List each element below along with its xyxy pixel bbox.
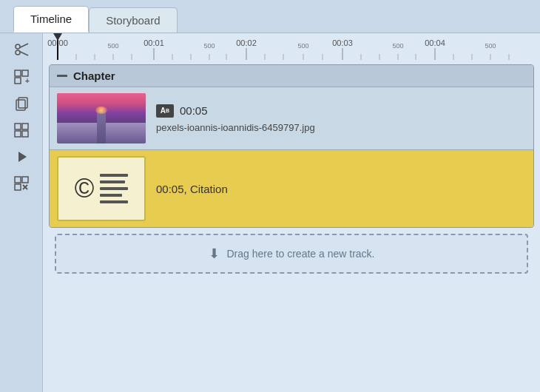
- timeline-content: 00:00 500 00:01 500: [43, 33, 540, 392]
- tab-timeline-label: Timeline: [30, 13, 72, 25]
- svg-line-2: [19, 44, 28, 48]
- scissors-icon[interactable]: [7, 36, 36, 61]
- svg-rect-8: [16, 100, 25, 110]
- image-track-filename: pexels-ioannis-ioannidis-6459797.jpg: [156, 122, 315, 133]
- svg-rect-17: [15, 184, 21, 190]
- main-container: Timeline Storyboard: [0, 0, 540, 392]
- chapter-collapse-icon: [57, 75, 67, 77]
- citation-track[interactable]: ©: [50, 150, 533, 227]
- citation-time: 00:05: [156, 183, 184, 195]
- line1: [100, 174, 128, 177]
- drag-drop-label: Drag here to create a new track.: [227, 248, 375, 260]
- line4: [100, 194, 122, 197]
- citation-label: Citation: [190, 183, 228, 195]
- svg-text:00:02: 00:02: [236, 38, 257, 47]
- svg-rect-13: [22, 131, 28, 137]
- svg-rect-15: [15, 177, 21, 183]
- svg-rect-12: [15, 131, 21, 137]
- svg-point-1: [16, 50, 20, 55]
- image-track-info: AB 00:05 pexels-ioannis-ioannidis-645979…: [156, 104, 315, 133]
- tab-storyboard-label: Storyboard: [106, 14, 160, 27]
- svg-text:500: 500: [107, 42, 118, 50]
- citation-time-label: 00:05, Citation: [156, 183, 228, 195]
- svg-rect-4: [15, 70, 21, 76]
- image-track[interactable]: AB 00:05 pexels-ioannis-ioannidis-645979…: [50, 87, 533, 150]
- svg-text:500: 500: [485, 42, 496, 50]
- citation-icon-wrap: ©: [75, 173, 129, 204]
- tracks-container: Chapter: [43, 60, 540, 392]
- svg-rect-10: [15, 124, 21, 129]
- chapter-label: Chapter: [73, 70, 115, 82]
- svg-rect-16: [22, 177, 28, 183]
- play-icon[interactable]: [7, 144, 36, 169]
- svg-rect-9: [18, 98, 27, 108]
- image-track-title-row: AB 00:05: [156, 104, 315, 118]
- ab-icon: AB: [156, 104, 174, 118]
- timeline-area: +: [0, 33, 540, 392]
- svg-line-3: [19, 52, 28, 56]
- image-track-time: 00:05: [180, 104, 208, 117]
- svg-text:+: +: [25, 77, 30, 85]
- chapter-group: Chapter: [49, 64, 534, 228]
- svg-text:00:01: 00:01: [144, 38, 164, 47]
- svg-text:00:04: 00:04: [425, 38, 445, 47]
- svg-text:00:03: 00:03: [332, 38, 353, 47]
- remove-track-icon[interactable]: [7, 171, 36, 196]
- tab-bar: Timeline Storyboard: [0, 0, 540, 33]
- svg-text:500: 500: [297, 42, 308, 50]
- svg-marker-14: [18, 152, 27, 162]
- citation-track-info: 00:05, Citation: [156, 183, 228, 195]
- svg-point-0: [16, 44, 20, 49]
- image-thumbnail: [57, 93, 146, 143]
- multi-track-icon[interactable]: [7, 118, 36, 143]
- copy-icon[interactable]: [7, 91, 36, 116]
- tab-storyboard[interactable]: Storyboard: [89, 7, 177, 33]
- svg-rect-6: [15, 78, 21, 84]
- line3: [100, 187, 128, 190]
- lines-icon: [100, 174, 128, 203]
- svg-rect-11: [22, 124, 28, 129]
- drag-down-icon: ⬇: [209, 246, 220, 262]
- drag-drop-zone[interactable]: ⬇ Drag here to create a new track.: [55, 234, 528, 274]
- citation-thumbnail: ©: [57, 156, 146, 221]
- svg-text:500: 500: [392, 42, 403, 50]
- tab-timeline[interactable]: Timeline: [13, 6, 89, 33]
- svg-text:500: 500: [203, 42, 215, 50]
- copyright-icon: ©: [75, 173, 95, 204]
- add-grid-icon[interactable]: +: [7, 64, 36, 89]
- ruler: 00:00 500 00:01 500: [43, 33, 540, 60]
- line2: [100, 180, 125, 183]
- svg-rect-5: [22, 70, 28, 76]
- chapter-header[interactable]: Chapter: [50, 65, 533, 87]
- left-toolbar: +: [0, 33, 43, 392]
- line5: [100, 200, 128, 203]
